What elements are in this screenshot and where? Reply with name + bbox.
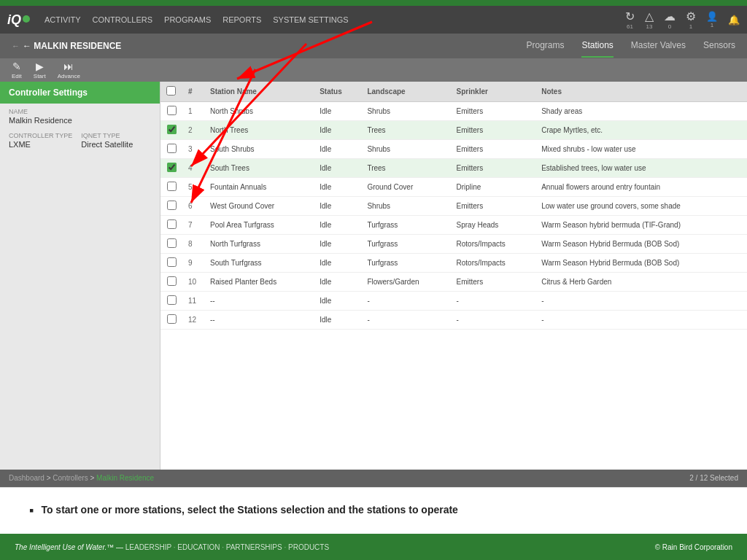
settings-icon-group[interactable]: ⚙ 1 bbox=[686, 9, 696, 30]
row-sprinkler: Emitters bbox=[451, 197, 536, 216]
toolbar: ✎ Edit ▶ Start ⏭ Advance bbox=[0, 58, 747, 82]
col-status: Status bbox=[314, 82, 361, 102]
logo-dot bbox=[23, 15, 30, 23]
edit-button[interactable]: ✎ Edit bbox=[12, 61, 22, 79]
row-checkbox-cell[interactable] bbox=[160, 197, 182, 216]
nav-bar: iQ ACTIVITY CONTROLLERS PROGRAMS REPORTS… bbox=[0, 6, 747, 34]
row-status: Idle bbox=[314, 197, 361, 216]
sidebar-name-field: Name Malkin Residence bbox=[0, 104, 160, 129]
row-status: Idle bbox=[314, 216, 361, 235]
row-checkbox-cell[interactable] bbox=[160, 216, 182, 235]
row-checkbox[interactable] bbox=[167, 163, 177, 172]
table-row: 4 South Trees Idle Trees Emitters Establ… bbox=[160, 159, 747, 178]
sub-header: ← ← MALKIN RESIDENCE Programs Stations M… bbox=[0, 34, 747, 58]
row-checkbox[interactable] bbox=[167, 314, 177, 324]
table-row: 8 North Turfgrass Idle Turfgrass Rotors/… bbox=[160, 235, 747, 254]
row-checkbox[interactable] bbox=[167, 201, 177, 210]
row-station-name: South Trees bbox=[204, 159, 314, 178]
row-sprinkler: Emitters bbox=[451, 140, 536, 159]
row-checkbox-cell[interactable] bbox=[160, 311, 182, 330]
advance-button[interactable]: ⏭ Advance bbox=[58, 61, 80, 79]
row-checkbox-cell[interactable] bbox=[160, 102, 182, 121]
cloud-badge: 0 bbox=[668, 23, 671, 30]
row-checkbox[interactable] bbox=[167, 106, 177, 115]
row-status: Idle bbox=[314, 178, 361, 197]
row-checkbox[interactable] bbox=[167, 295, 177, 305]
user-icon-group[interactable]: 👤 1 bbox=[706, 11, 718, 28]
row-checkbox-cell[interactable] bbox=[160, 178, 182, 197]
breadcrumb-controllers[interactable]: Controllers bbox=[53, 474, 88, 482]
row-checkbox[interactable] bbox=[167, 125, 177, 134]
tab-programs[interactable]: Programs bbox=[526, 34, 564, 58]
row-landscape: Trees bbox=[361, 121, 450, 140]
notification-icon-group[interactable]: 🔔 bbox=[728, 15, 740, 26]
alert-icon: △ bbox=[645, 9, 654, 23]
nav-reports[interactable]: REPORTS bbox=[222, 12, 261, 27]
sidebar-iqnet-value: Direct Satellite bbox=[81, 140, 133, 149]
nav-controllers[interactable]: CONTROLLERS bbox=[93, 12, 153, 27]
row-checkbox-cell[interactable] bbox=[160, 254, 182, 273]
footer-link-education[interactable]: EDUCATION bbox=[177, 543, 220, 551]
row-sprinkler: Emitters bbox=[451, 273, 536, 292]
footer-link-leadership[interactable]: LEADERSHIP bbox=[125, 543, 171, 551]
footer-copyright: © Rain Bird Corporation bbox=[655, 543, 732, 551]
start-button[interactable]: ▶ Start bbox=[34, 61, 46, 79]
row-number: 7 bbox=[182, 216, 204, 235]
row-checkbox-cell[interactable] bbox=[160, 121, 182, 140]
row-landscape: Turfgrass bbox=[361, 235, 450, 254]
row-landscape: Shrubs bbox=[361, 140, 450, 159]
table-row: 12 -- Idle - - - bbox=[160, 311, 747, 330]
col-number: # bbox=[182, 82, 204, 102]
alert-icon-group[interactable]: △ 13 bbox=[645, 9, 654, 30]
notification-icon: 🔔 bbox=[728, 15, 740, 26]
cloud-icon-group[interactable]: ☁ 0 bbox=[664, 9, 676, 30]
row-sprinkler: Spray Heads bbox=[451, 216, 536, 235]
footer-link-partnerships[interactable]: PARTNERSHIPS bbox=[226, 543, 282, 551]
row-station-name: South Turfgrass bbox=[204, 254, 314, 273]
breadcrumb-dashboard[interactable]: Dashboard bbox=[9, 474, 44, 482]
stations-tbody: 1 North Shrubs Idle Shrubs Emitters Shad… bbox=[160, 102, 747, 330]
row-landscape: Turfgrass bbox=[361, 254, 450, 273]
col-station-name: Station Name bbox=[204, 82, 314, 102]
settings-badge: 1 bbox=[689, 23, 692, 30]
row-checkbox[interactable] bbox=[167, 182, 177, 191]
row-checkbox[interactable] bbox=[167, 276, 177, 286]
row-checkbox-cell[interactable] bbox=[160, 273, 182, 292]
tab-master-valves[interactable]: Master Valves bbox=[631, 34, 686, 58]
refresh-icon-group[interactable]: ↻ 61 bbox=[625, 9, 635, 30]
instruction-section: ▪ To start one or more stations, select … bbox=[0, 487, 747, 534]
row-checkbox[interactable] bbox=[167, 257, 177, 267]
select-all-checkbox[interactable] bbox=[166, 86, 176, 96]
footer-link-products[interactable]: PRODUCTS bbox=[288, 543, 329, 551]
nav-activity[interactable]: ACTIVITY bbox=[44, 12, 81, 27]
breadcrumb-current: Malkin Residence bbox=[96, 474, 154, 482]
row-checkbox[interactable] bbox=[167, 144, 177, 153]
stations-table-area: # Station Name Status Landscape Sprinkle… bbox=[160, 82, 747, 470]
select-all-header[interactable] bbox=[160, 82, 182, 102]
row-checkbox-cell[interactable] bbox=[160, 140, 182, 159]
back-button[interactable]: ← ← MALKIN RESIDENCE bbox=[12, 41, 121, 51]
row-number: 1 bbox=[182, 102, 204, 121]
row-station-name: North Turfgrass bbox=[204, 235, 314, 254]
row-checkbox[interactable] bbox=[167, 219, 177, 229]
tab-stations[interactable]: Stations bbox=[581, 34, 613, 58]
row-number: 6 bbox=[182, 197, 204, 216]
nav-icons: ↻ 61 △ 13 ☁ 0 ⚙ 1 👤 1 bbox=[625, 9, 740, 30]
row-landscape: Shrubs bbox=[361, 102, 450, 121]
row-number: 10 bbox=[182, 273, 204, 292]
nav-system-settings[interactable]: SYSTEM SETTINGS bbox=[273, 12, 348, 27]
row-notes: Citrus & Herb Garden bbox=[535, 273, 747, 292]
row-checkbox[interactable] bbox=[167, 238, 177, 248]
row-checkbox-cell[interactable] bbox=[160, 159, 182, 178]
row-status: Idle bbox=[314, 235, 361, 254]
sidebar-name-value: Malkin Residence bbox=[9, 116, 151, 125]
tab-sensors[interactable]: Sensors bbox=[703, 34, 735, 58]
row-checkbox-cell[interactable] bbox=[160, 235, 182, 254]
row-checkbox-cell[interactable] bbox=[160, 292, 182, 311]
nav-programs[interactable]: PROGRAMS bbox=[164, 12, 211, 27]
row-number: 11 bbox=[182, 292, 204, 311]
breadcrumb-sep2: > bbox=[90, 474, 96, 482]
sidebar-name-label: Name bbox=[9, 108, 151, 115]
row-status: Idle bbox=[314, 273, 361, 292]
instruction-item: ▪ To start one or more stations, select … bbox=[29, 502, 718, 519]
